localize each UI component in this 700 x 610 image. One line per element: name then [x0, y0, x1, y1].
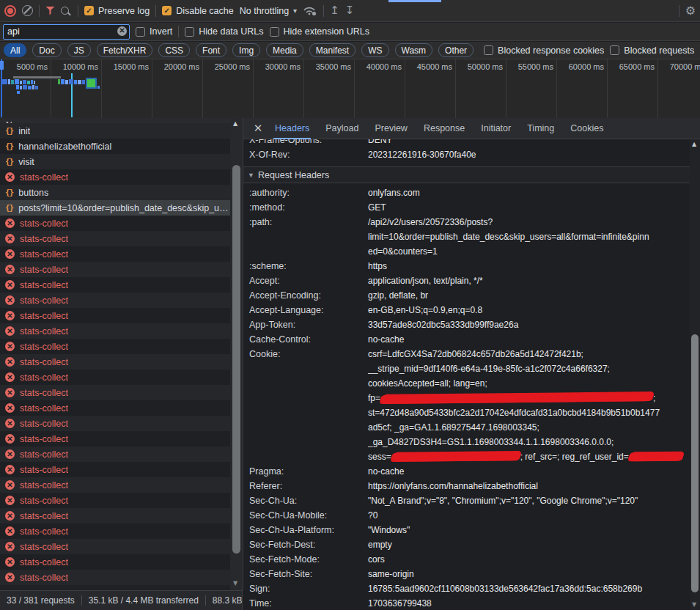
header-value-line: same-origin	[368, 567, 693, 581]
status-segment[interactable]: 35.1 kB / 4.4 MB transferred	[89, 595, 199, 606]
checkbox-blocked-requests[interactable]: Blocked requests	[610, 45, 694, 56]
header-value-line: 33d57ade8c02dbc5a333db99ff9ae26a	[368, 317, 693, 332]
details-scrollbar[interactable]: ▲ ▼	[690, 139, 700, 610]
request-row[interactable]: ✕stats-collect	[0, 231, 231, 246]
search-icon[interactable]	[61, 7, 69, 15]
scrollbar-thumb[interactable]	[232, 165, 240, 554]
type-filter-fetch-xhr[interactable]: Fetch/XHR	[97, 43, 153, 57]
error-icon: ✕	[5, 526, 15, 536]
chevron-down-icon: ▼	[248, 172, 254, 179]
error-icon: ✕	[5, 434, 15, 444]
throttling-dropdown[interactable]: No throttling ▾	[240, 6, 297, 16]
filter-input[interactable]	[3, 24, 130, 40]
error-icon: ✕	[5, 403, 15, 413]
request-row[interactable]: ✕stats-collect	[0, 416, 231, 431]
request-row[interactable]: ✕stats-collect	[0, 477, 231, 493]
type-filter-manifest[interactable]: Manifest	[309, 43, 355, 57]
record-button[interactable]	[4, 5, 16, 17]
scrollbar-thumb[interactable]	[691, 334, 699, 592]
type-filter-img[interactable]: Img	[232, 43, 260, 57]
status-segment[interactable]: 33 / 381 requests	[7, 595, 75, 606]
request-row[interactable]: {}buttons	[0, 185, 231, 200]
request-row[interactable]: ✕stats-collect	[0, 216, 231, 231]
header-name: Pragma:	[243, 464, 368, 479]
request-row[interactable]: ✕stats-collect	[0, 508, 231, 523]
type-filter-media[interactable]: Media	[266, 43, 303, 57]
checkbox-blocked-response-cookies[interactable]: Blocked response cookies	[484, 45, 604, 56]
request-list-scrollbar[interactable]: ▲ ▼	[230, 118, 243, 590]
type-filter-doc[interactable]: Doc	[32, 43, 61, 57]
tab-cookies[interactable]: Cookies	[562, 118, 611, 139]
checkbox-invert[interactable]: Invert	[136, 26, 172, 37]
request-name: stats-collect	[20, 265, 68, 275]
type-filter-all[interactable]: All	[4, 43, 26, 57]
waterfall-bar	[31, 80, 33, 84]
type-filter-js[interactable]: JS	[67, 43, 91, 57]
request-row[interactable]: ✕stats-collect	[0, 539, 231, 554]
tab-payload[interactable]: Payload	[317, 118, 366, 139]
type-filter-other[interactable]: Other	[438, 43, 474, 57]
scroll-down-icon[interactable]: ▼	[233, 580, 237, 587]
waterfall-bar	[82, 80, 85, 84]
request-row[interactable]: ✕stats-collect	[0, 308, 231, 323]
header-name: Sec-Fetch-Mode:	[243, 552, 368, 567]
request-name: stats-collect	[20, 280, 68, 290]
tab-preview[interactable]: Preview	[366, 118, 415, 139]
request-row[interactable]: ✕stats-collect	[0, 385, 231, 400]
tab-headers[interactable]: Headers	[267, 118, 317, 139]
filter-icon[interactable]	[45, 7, 55, 15]
header-name: Referer:	[243, 479, 368, 493]
close-icon[interactable]: ✕	[249, 122, 267, 135]
request-headers-section-header[interactable]: ▼Request Headers	[243, 166, 693, 183]
request-row[interactable]: ✕stats-collect	[0, 262, 231, 277]
request-row[interactable]: ✕stats-collect	[0, 277, 231, 293]
request-row[interactable]: ✕stats-collect	[0, 431, 231, 447]
disable-cache-checkbox[interactable]: ✓ Disable cache	[162, 6, 234, 16]
request-row[interactable]: ✕stats-collect	[0, 354, 231, 370]
checkbox-label: Invert	[150, 26, 172, 37]
network-conditions-icon[interactable]	[303, 5, 317, 16]
checkbox-unchecked-icon	[484, 45, 493, 55]
tab-initiator[interactable]: Initiator	[473, 118, 519, 139]
network-overview-timeline[interactable]: 5000 ms10000 ms15000 ms20000 ms25000 ms3…	[0, 59, 700, 119]
request-name: stats-collect	[20, 557, 68, 567]
request-row[interactable]: ✕stats-collect	[0, 293, 231, 308]
request-row[interactable]: ✕stats-collect	[0, 400, 231, 416]
request-row[interactable]: {}posts?limit=10&order=publish_date_desc…	[0, 200, 231, 216]
status-segment[interactable]: 88.3 kB	[213, 595, 243, 606]
request-row[interactable]: ✕stats-collect	[0, 570, 231, 585]
export-har-icon[interactable]: ↧	[345, 5, 355, 16]
request-row[interactable]: {}visit	[0, 154, 231, 169]
type-filter-font[interactable]: Font	[196, 43, 226, 57]
checkbox-hide-data-urls[interactable]: Hide data URLs	[185, 26, 263, 37]
timeline-tick-label: 5000 ms	[17, 62, 48, 71]
preserve-log-checkbox[interactable]: ✓ Preserve log	[84, 6, 150, 16]
waterfall-bar	[61, 79, 65, 84]
request-row[interactable]: {}hannahelizabethofficial	[0, 139, 231, 154]
request-row[interactable]: ✕stats-collect	[0, 370, 231, 385]
request-row[interactable]: ✕stats-collect	[0, 246, 231, 262]
request-row[interactable]: ✕stats-collect	[0, 339, 231, 354]
request-row[interactable]: ✕stats-collect	[0, 523, 231, 539]
request-row[interactable]: ✕stats-collect	[0, 462, 231, 477]
scroll-up-icon[interactable]: ▲	[692, 141, 696, 147]
type-filter-wasm[interactable]: Wasm	[395, 43, 433, 57]
tab-response[interactable]: Response	[416, 118, 473, 139]
tab-timing[interactable]: Timing	[519, 118, 562, 139]
request-row[interactable]: ✕stats-collect	[0, 493, 231, 508]
type-filter-ws[interactable]: WS	[361, 43, 388, 57]
header-row: Referer:https://onlyfans.com/hannaheliza…	[243, 479, 693, 493]
request-row[interactable]: ✕stats-collect	[0, 554, 231, 570]
scroll-down-icon[interactable]: ▼	[692, 601, 696, 608]
request-row[interactable]: ✕stats-collect	[0, 447, 231, 462]
request-row[interactable]: {}init	[0, 123, 231, 139]
clear-network-log-button[interactable]	[22, 5, 33, 16]
import-har-icon[interactable]: ↥	[330, 5, 339, 16]
scroll-up-icon[interactable]: ▲	[233, 120, 237, 127]
checkbox-hide-extension-urls[interactable]: Hide extension URLs	[270, 26, 369, 37]
type-filter-css[interactable]: CSS	[158, 43, 190, 57]
request-row[interactable]: ✕stats-collect	[0, 169, 231, 185]
settings-gear-icon[interactable]: ⚙	[685, 5, 696, 17]
clear-filter-icon[interactable]: ✕	[117, 26, 127, 36]
request-row[interactable]: ✕stats-collect	[0, 323, 231, 339]
